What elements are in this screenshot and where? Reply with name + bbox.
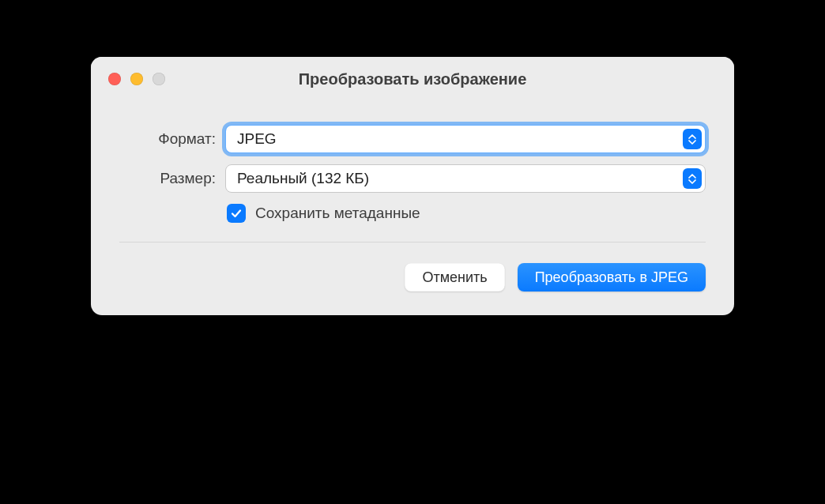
checkmark-icon [230,207,243,220]
titlebar: Преобразовать изображение [91,57,734,101]
convert-button[interactable]: Преобразовать в JPEG [518,263,706,291]
preserve-metadata-checkbox[interactable] [227,204,246,223]
preserve-metadata-row: Сохранить метаданные [225,204,706,223]
size-label: Размер: [119,170,225,187]
close-window-button[interactable] [108,73,121,85]
updown-chevron-icon [683,129,702,149]
format-select-value: JPEG [237,130,277,148]
format-label: Формат: [119,130,225,148]
size-select-wrap: Реальный (132 КБ) [225,164,706,193]
format-select[interactable]: JPEG [225,125,706,153]
traffic-lights [91,73,165,85]
cancel-button-label: Отменить [422,269,487,286]
convert-button-label: Преобразовать в JPEG [535,269,688,286]
cancel-button[interactable]: Отменить [405,263,504,291]
size-row: Размер: Реальный (132 КБ) [119,164,706,193]
format-row: Формат: JPEG [119,125,706,153]
dialog-footer: Отменить Преобразовать в JPEG [91,243,734,315]
window-title: Преобразовать изображение [91,70,734,88]
size-select[interactable]: Реальный (132 КБ) [225,164,706,193]
minimize-window-button[interactable] [130,73,143,85]
updown-chevron-icon [683,168,702,189]
format-select-wrap: JPEG [225,125,706,153]
dialog-content: Формат: JPEG Размер: Реальный (132 КБ) [91,101,734,223]
size-select-value: Реальный (132 КБ) [237,170,369,187]
preserve-metadata-label: Сохранить метаданные [255,205,420,222]
maximize-window-button-disabled [153,73,165,85]
dialog-window: Преобразовать изображение Формат: JPEG Р… [91,57,734,315]
